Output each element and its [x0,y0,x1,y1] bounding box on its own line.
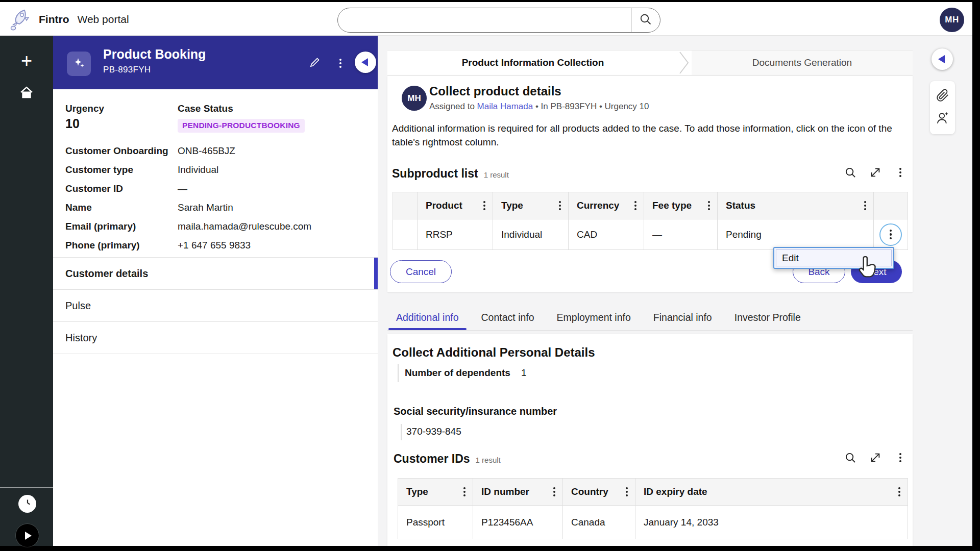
column-header: ID expiry date [644,486,707,497]
table-row: RRSP Individual CAD — Pending [393,219,908,250]
play-button[interactable] [16,524,39,547]
search-icon[interactable] [843,165,857,180]
user-avatar[interactable]: MH [940,8,964,32]
column-header: Fee type [652,200,692,211]
expand-icon[interactable] [868,450,883,465]
process-steps: Product Information Collection Documents… [387,50,913,76]
search-icon[interactable] [843,450,857,465]
tab-investor-profile[interactable]: Investor Profile [726,305,810,330]
assignee-avatar: MH [402,86,427,111]
home-button[interactable] [0,78,53,109]
column-kebab-icon[interactable] [862,199,868,213]
dependents-label: Number of dependents [405,367,521,379]
onboarding-link[interactable]: ONB-465BJZ [178,145,235,157]
search-button[interactable] [631,8,660,32]
subproduct-table: Product Type Currency Fee type Status RR… [393,192,908,250]
column-kebab-icon[interactable] [551,485,557,499]
paperclip-icon [936,89,949,104]
case-status-label: Case Status [178,103,305,114]
column-kebab-icon[interactable] [706,199,712,213]
chevron-right-icon [678,51,692,75]
subproduct-list-header: Subproduct list 1 result [392,165,908,181]
portal-label: Web portal [77,13,129,26]
global-search [337,8,660,33]
cell-product: RRSP [418,229,493,240]
table-menu-kebab-icon[interactable] [893,450,908,465]
phone-link[interactable]: +1 647 655 9833 [178,239,251,251]
urgency-value: 10 [65,116,178,131]
top-bar: Fintro Web portal MH [0,2,972,36]
case-details: Urgency 10 Case Status PENDING-PRODUCTBO… [53,89,378,251]
column-kebab-icon[interactable] [624,485,630,499]
case-panel: Product Booking PB-893FYH Urgency [53,36,378,546]
edit-case-button[interactable] [306,54,324,72]
home-icon [19,86,34,101]
tab-additional-info[interactable]: Additional info [387,305,468,330]
collapse-left-icon [938,55,945,63]
expand-icon[interactable] [868,165,883,180]
ssn-value: 370-939-845 [401,424,461,440]
tab-employment-info[interactable]: Employment info [548,305,640,330]
field-label: Customer Onboarding [65,145,170,157]
cancel-button[interactable]: Cancel [390,260,452,283]
attachment-button[interactable] [936,89,950,104]
task-description: Additional information is required for a… [392,121,895,149]
cursor-pointer-icon [857,255,879,282]
additional-details-card: Collect Additional Personal Details Numb… [387,334,913,546]
utility-rail [930,81,955,134]
column-kebab-icon[interactable] [557,199,563,213]
nav-history[interactable]: History [53,322,378,354]
tab-financial-info[interactable]: Financial info [645,305,721,330]
customer-ids-title: Customer IDs [394,452,470,466]
column-header: Currency [577,200,619,211]
task-title: Collect product details [429,84,561,98]
recent-button[interactable] [18,495,36,513]
column-kebab-icon[interactable] [481,199,487,213]
brand-name: Fintro [39,13,69,26]
step-product-information-collection[interactable]: Product Information Collection [387,51,678,75]
subproduct-list-count: 1 result [484,170,509,179]
kebab-icon [337,57,344,70]
sidebar-divider [0,487,53,488]
row-actions-button[interactable] [879,223,902,246]
urgency-label: Urgency [65,103,178,114]
sparkle-icon [73,57,85,71]
field-label: Customer type [65,164,170,176]
cell-type: Individual [493,229,568,240]
field-label: Name [65,202,170,213]
panel-collapse-button[interactable] [355,52,376,73]
brand-block: Fintro Web portal [8,6,129,33]
add-person-button[interactable] [936,112,950,126]
tab-contact-info[interactable]: Contact info [473,305,543,330]
utility-collapse-button[interactable] [932,48,953,70]
subproduct-list-title: Subproduct list [392,167,478,181]
customer-ids-count: 1 result [476,456,501,464]
column-header: ID number [481,486,529,497]
person-star-icon [936,111,949,127]
field-label: Customer ID [65,183,170,194]
assignee-link[interactable]: Maila Hamada [477,102,533,111]
column-header: Country [571,486,608,497]
app-sidebar: + [0,36,53,546]
step-documents-generation[interactable]: Documents Generation [692,51,913,75]
row-kebab-icon [888,228,894,241]
dependents-field: Number of dependents 1 [398,364,903,382]
column-kebab-icon[interactable] [632,199,639,213]
clock-icon [22,497,33,511]
main-content: Product Information Collection Documents… [378,36,972,546]
field-value: Sarah Martin [178,202,233,213]
nav-customer-details[interactable]: Customer details [53,258,378,290]
email-link[interactable]: maila.hamada@rulescube.com [178,220,311,232]
customer-ids-header: Customer IDs 1 result [394,450,908,466]
cell-country: Canada [563,517,635,528]
field-value: Individual [178,164,218,176]
status-badge: PENDING-PRODUCTBOOKING [178,119,305,133]
table-menu-kebab-icon[interactable] [893,165,908,180]
cell-id-number: P123456AA [473,517,562,528]
column-kebab-icon[interactable] [461,485,468,499]
column-kebab-icon[interactable] [896,485,902,499]
nav-pulse[interactable]: Pulse [53,290,378,322]
add-case-button[interactable]: + [0,46,53,78]
search-input[interactable] [338,8,631,32]
case-menu-button[interactable] [331,54,350,72]
